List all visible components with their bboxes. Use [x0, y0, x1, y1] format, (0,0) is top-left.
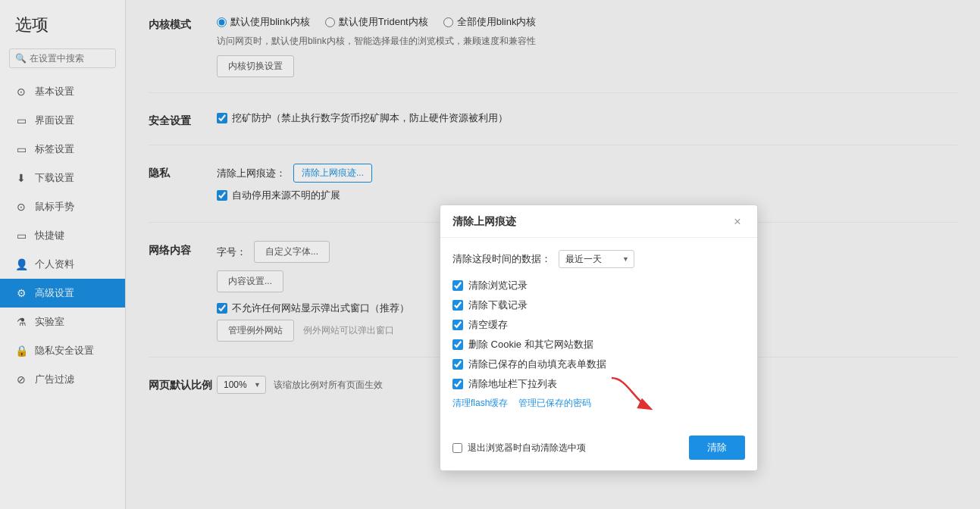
- clear-trace-row: 清除上网痕迹： 清除上网痕迹...: [217, 164, 957, 183]
- kernel-option-blink-all[interactable]: 全部使用blink内核: [443, 15, 537, 29]
- basic-icon: ⊙: [15, 86, 27, 98]
- modal-footer: 退出浏览器时自动清除选中项 清除: [440, 428, 757, 470]
- tabs-icon: ▭: [15, 143, 27, 155]
- check-browse-history[interactable]: 清除浏览记录: [452, 279, 745, 292]
- kernel-section: 内核模式 默认使用blink内核 默认使用Trident内核 全部使用blink…: [149, 15, 957, 93]
- zoom-select-wrap: 75% 80% 90% 100% 110% 125% 150%: [217, 376, 266, 394]
- kernel-switch-button[interactable]: 内核切换设置: [217, 55, 294, 77]
- sidebar-item-mouse[interactable]: ⊙ 鼠标手势: [0, 192, 125, 221]
- privacy-content: 清除上网痕迹： 清除上网痕迹... 自动停用来源不明的扩展: [217, 164, 957, 207]
- time-range-select[interactable]: 最近一小时 最近一天 最近一周 最近四周 所有时间: [559, 250, 634, 268]
- sidebar-item-advanced[interactable]: ⚙ 高级设置: [0, 279, 125, 308]
- exit-clear-label: 退出浏览器时自动清除选中项: [468, 442, 586, 454]
- clear-traces-modal: 清除上网痕迹 × 清除这段时间的数据： 最近一小时 最近一天 最近一周 最近四周…: [440, 205, 758, 471]
- zoom-label: 网页默认比例: [149, 376, 217, 392]
- privacy-label: 隐私: [149, 164, 217, 180]
- check-address-bar[interactable]: 清除地址栏下拉列表: [452, 377, 745, 391]
- advanced-icon: ⚙: [15, 287, 27, 299]
- lab-icon: ⚗: [15, 316, 27, 328]
- exception-sites-button[interactable]: 管理例外网站: [217, 320, 294, 342]
- zoom-select[interactable]: 75% 80% 90% 100% 110% 125% 150%: [217, 376, 266, 394]
- ad-filter-icon: ⊘: [15, 373, 27, 386]
- mining-protection-check[interactable]: 挖矿防护（禁止执行数字货币挖矿脚本，防止硬件资源被利用）: [217, 111, 957, 125]
- modal-links-row: 清理flash缓存 管理已保存的密码: [452, 397, 745, 410]
- time-range-row: 清除这段时间的数据： 最近一小时 最近一天 最近一周 最近四周 所有时间: [452, 250, 745, 268]
- exception-desc: 例外网站可以弹出窗口: [303, 324, 394, 337]
- mouse-icon: ⊙: [15, 201, 27, 213]
- modal-footer-left: 退出浏览器时自动清除选中项: [452, 442, 586, 454]
- check-cookie[interactable]: 删除 Cookie 和其它网站数据: [452, 338, 745, 351]
- profile-icon: 👤: [15, 258, 27, 270]
- sidebar-item-lab[interactable]: ⚗ 实验室: [0, 308, 125, 336]
- auto-disable-ext-check[interactable]: 自动停用来源不明的扩展: [217, 189, 957, 202]
- app-title: 选项: [0, 0, 125, 48]
- kernel-content: 默认使用blink内核 默认使用Trident内核 全部使用blink内核 访问…: [217, 15, 957, 77]
- time-range-label: 清除这段时间的数据：: [452, 252, 551, 266]
- sidebar-item-ui[interactable]: ▭ 界面设置: [0, 106, 125, 135]
- exit-clear-checkbox[interactable]: [452, 443, 462, 453]
- zoom-desc: 该缩放比例对所有页面生效: [274, 379, 383, 392]
- check-form-data[interactable]: 清除已保存的自动填充表单数据: [452, 358, 745, 371]
- sidebar-item-profile[interactable]: 👤 个人资料: [0, 250, 125, 279]
- kernel-radio-group: 默认使用blink内核 默认使用Trident内核 全部使用blink内核: [217, 15, 957, 29]
- privacy-security-icon: 🔒: [15, 345, 27, 357]
- modal-close-button[interactable]: ×: [730, 214, 745, 230]
- clear-trace-button[interactable]: 清除上网痕迹...: [293, 164, 372, 183]
- sidebar-item-shortcut[interactable]: ▭ 快捷键: [0, 221, 125, 250]
- sidebar-item-tabs[interactable]: ▭ 标签设置: [0, 135, 125, 164]
- search-icon: 🔍: [15, 53, 27, 64]
- sidebar-item-privacy-security[interactable]: 🔒 隐私安全设置: [0, 336, 125, 365]
- kernel-label: 内核模式: [149, 15, 217, 32]
- time-range-select-wrap: 最近一小时 最近一天 最近一周 最近四周 所有时间: [559, 250, 634, 268]
- check-cache[interactable]: 清空缓存: [452, 318, 745, 332]
- network-label: 网络内容: [149, 241, 217, 258]
- download-icon: ⬇: [15, 172, 27, 184]
- modal-body: 清除这段时间的数据： 最近一小时 最近一天 最近一周 最近四周 所有时间 清除浏…: [440, 238, 757, 428]
- font-label: 字号：: [217, 245, 246, 259]
- clear-button[interactable]: 清除: [689, 436, 745, 460]
- shortcut-icon: ▭: [15, 230, 27, 242]
- sidebar-item-download[interactable]: ⬇ 下载设置: [0, 164, 125, 192]
- flash-cache-link[interactable]: 清理flash缓存: [452, 397, 508, 410]
- kernel-option-blink-default[interactable]: 默认使用blink内核: [217, 15, 310, 29]
- kernel-option-trident[interactable]: 默认使用Trident内核: [325, 15, 428, 29]
- ui-icon: ▭: [15, 114, 27, 126]
- manage-password-link[interactable]: 管理已保存的密码: [518, 397, 591, 410]
- sidebar-item-basic[interactable]: ⊙ 基本设置: [0, 77, 125, 106]
- modal-title: 清除上网痕迹: [452, 215, 516, 229]
- check-download-history[interactable]: 清除下载记录: [452, 298, 745, 312]
- security-section: 安全设置 挖矿防护（禁止执行数字货币挖矿脚本，防止硬件资源被利用）: [149, 111, 957, 145]
- sidebar-item-ad-filter[interactable]: ⊘ 广告过滤: [0, 365, 125, 394]
- content-settings-button[interactable]: 内容设置...: [217, 270, 283, 292]
- kernel-desc: 访问网页时，默认使用blink内核，智能选择最佳的浏览模式，兼顾速度和兼容性: [217, 35, 957, 48]
- sidebar: 选项 🔍 ⊙ 基本设置 ▭ 界面设置 ▭ 标签设置 ⬇ 下载设置 ⊙ 鼠标手势 …: [0, 0, 126, 509]
- security-label: 安全设置: [149, 111, 217, 128]
- clear-trace-label: 清除上网痕迹：: [217, 167, 286, 180]
- modal-header: 清除上网痕迹 ×: [440, 205, 757, 238]
- custom-font-button[interactable]: 自定义字体...: [254, 241, 330, 263]
- search-area: 🔍: [0, 48, 125, 77]
- security-content: 挖矿防护（禁止执行数字货币挖矿脚本，防止硬件资源被利用）: [217, 111, 957, 130]
